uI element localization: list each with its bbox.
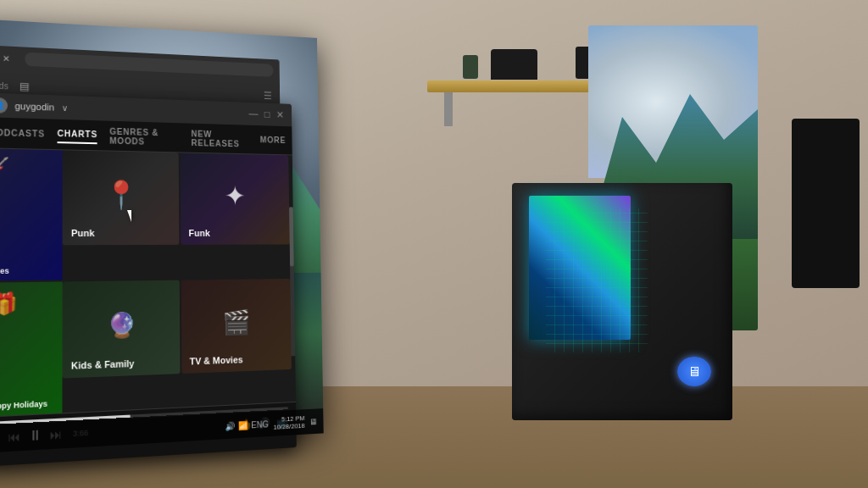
funk-icon: ✦ bbox=[225, 180, 247, 212]
taskbar-notification-icon[interactable]: 🖥 bbox=[309, 417, 317, 426]
tv-icon: 🎬 bbox=[222, 308, 251, 336]
monitor: — □ ✕ ▣ wards ▤ ☰ 👤 guy bbox=[0, 18, 324, 455]
genre-card-blues[interactable]: 🎸 Blues bbox=[0, 148, 63, 280]
taskbar-volume-icon[interactable]: 🔊 bbox=[225, 421, 236, 431]
maximize-button[interactable]: □ bbox=[264, 109, 270, 119]
funk-label: Funk bbox=[188, 228, 209, 238]
username-caret: ∨ bbox=[61, 103, 67, 112]
window-controls: — □ ✕ bbox=[248, 109, 284, 120]
pc-case: 🖥 bbox=[512, 183, 732, 420]
taskbar-network-icon[interactable]: 📶 bbox=[238, 420, 248, 430]
genre-card-tv[interactable]: 🎬 TV & Movies bbox=[181, 278, 292, 373]
music-app-window[interactable]: 👤 guygodin ∨ — □ ✕ PODCASTS CHARTS GENRE… bbox=[0, 92, 297, 454]
shelf-item-plant bbox=[463, 55, 478, 79]
shelf-leg-left bbox=[444, 92, 453, 126]
music-content-area: 🎸 Blues 🎁 Happy Holidays 📍 Punk bbox=[0, 148, 296, 417]
kids-icon: 🔮 bbox=[107, 310, 136, 340]
blues-icon: 🎸 bbox=[0, 156, 9, 175]
nav-more[interactable]: MORE bbox=[260, 132, 287, 148]
taskbar-right: 🔊 📶 ENG 5:12 PM 10/28/2018 🖥 bbox=[225, 413, 318, 434]
browser-close-button[interactable]: ✕ bbox=[0, 52, 13, 64]
taskbar-clock: 5:12 PM 10/28/2018 bbox=[273, 414, 304, 431]
monitor-screen: — □ ✕ ▣ wards ▤ ☰ 👤 guy bbox=[0, 18, 324, 455]
blues-label: Blues bbox=[0, 266, 9, 275]
close-button[interactable]: ✕ bbox=[276, 110, 284, 120]
minimize-button[interactable]: — bbox=[248, 109, 258, 119]
nav-podcasts[interactable]: PODCASTS bbox=[0, 125, 45, 142]
shelf-item-box1 bbox=[491, 49, 537, 80]
punk-label: Punk bbox=[71, 228, 95, 238]
pc-case-body: 🖥 bbox=[512, 183, 732, 420]
wall-frame bbox=[792, 119, 860, 288]
holiday-label: Happy Holidays bbox=[0, 399, 47, 411]
gift-icon: 🎁 bbox=[0, 291, 18, 316]
nav-charts[interactable]: CHARTS bbox=[57, 125, 97, 144]
pc-logo-icon: 🖥 bbox=[687, 364, 701, 380]
browser-rewards-label: wards bbox=[0, 80, 8, 91]
genre-side-strip: 🎸 Blues 🎁 Happy Holidays bbox=[0, 148, 63, 417]
pc-logo: 🖥 bbox=[677, 357, 711, 386]
pc-case-window bbox=[529, 196, 631, 340]
nav-new-releases[interactable]: NEW RELEASES bbox=[191, 125, 249, 152]
nav-genres[interactable]: GENRES & MOODS bbox=[109, 123, 180, 150]
genre-card-punk[interactable]: 📍 Punk bbox=[63, 150, 179, 245]
kids-label: Kids & Family bbox=[71, 358, 135, 370]
taskbar-lang-label: ENG bbox=[251, 419, 269, 430]
browser-controls: — □ ✕ bbox=[0, 50, 13, 64]
genre-grid: 📍 Punk ✦ Funk 🔮 Kids & Family bbox=[62, 150, 292, 413]
genre-card-kids[interactable]: 🔮 Kids & Family bbox=[62, 280, 180, 378]
tv-label: TV & Movies bbox=[190, 354, 243, 366]
punk-icon: 📍 bbox=[104, 179, 138, 211]
user-avatar: 👤 bbox=[0, 97, 8, 114]
username-label: guygodin bbox=[14, 101, 54, 113]
genre-card-holiday[interactable]: 🎁 Happy Holidays bbox=[0, 281, 63, 417]
taskbar-date: 10/28/2018 bbox=[273, 422, 304, 431]
circuit-board-visual bbox=[546, 208, 648, 352]
genre-card-funk[interactable]: ✦ Funk bbox=[180, 152, 290, 244]
taskbar-icons: 🔊 📶 ENG bbox=[225, 419, 269, 431]
